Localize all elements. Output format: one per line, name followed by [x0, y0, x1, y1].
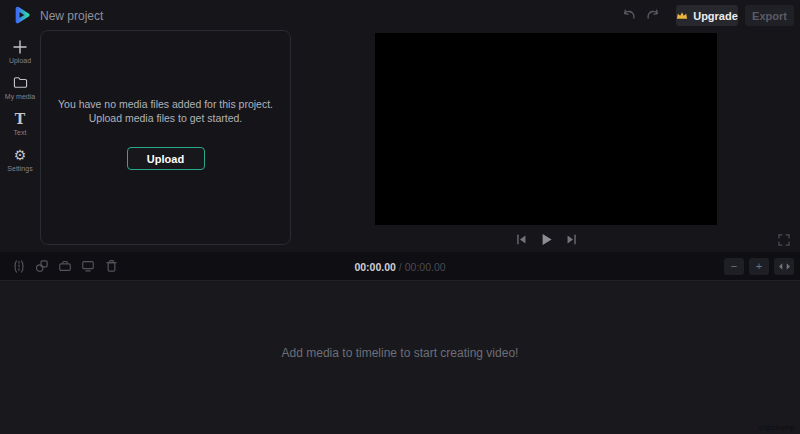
folder-icon	[13, 74, 28, 91]
sidebar-item-label: Upload	[9, 57, 31, 64]
video-preview	[375, 33, 717, 225]
empty-state-line1: You have no media files added for this p…	[41, 97, 290, 111]
skip-to-end-button[interactable]	[563, 231, 579, 247]
time-separator: /	[396, 261, 405, 273]
fit-to-screen-icon	[778, 262, 791, 271]
sidebar-item-my-media[interactable]: My media	[0, 74, 40, 108]
redo-button[interactable]	[645, 7, 661, 23]
tool-rail: Upload My media T Text ⚙ Settings	[0, 30, 40, 252]
sidebar-item-text[interactable]: T Text	[0, 110, 40, 144]
sidebar-item-label: My media	[5, 93, 35, 100]
fullscreen-button[interactable]	[776, 232, 791, 247]
export-button[interactable]: Export	[745, 5, 794, 26]
zoom-fit-button[interactable]	[774, 258, 794, 275]
app-logo-icon[interactable]	[11, 4, 33, 26]
play-icon	[540, 233, 553, 246]
skip-to-end-icon	[566, 234, 577, 245]
fullscreen-icon	[778, 234, 790, 246]
plus-icon	[13, 38, 27, 55]
media-panel: You have no media files added for this p…	[40, 30, 291, 245]
media-empty-state: You have no media files added for this p…	[41, 97, 290, 125]
play-button[interactable]	[538, 231, 554, 247]
header: New project Upgrade Export	[0, 0, 800, 30]
skip-to-start-icon	[516, 234, 527, 245]
upload-button[interactable]: Upload	[127, 147, 205, 170]
sidebar-item-settings[interactable]: ⚙ Settings	[0, 146, 40, 180]
text-tool-icon: T	[15, 110, 25, 127]
undo-icon	[622, 9, 636, 22]
timeline-empty-message: Add media to timeline to start creating …	[0, 346, 800, 360]
current-time: 00:00.00	[354, 261, 395, 273]
gear-icon: ⚙	[14, 146, 27, 163]
total-duration: 00:00.00	[405, 261, 446, 273]
sidebar-item-label: Text	[14, 129, 27, 136]
timeline-area: Add media to timeline to start creating …	[0, 282, 800, 434]
undo-button[interactable]	[621, 7, 637, 23]
upgrade-button[interactable]: Upgrade	[676, 5, 738, 26]
zoom-in-button[interactable]: +	[749, 258, 769, 275]
timeline-toolbar: 00:00.00/00:00.00 − +	[0, 252, 800, 281]
skip-to-start-button[interactable]	[513, 231, 529, 247]
sidebar-item-label: Settings	[7, 165, 32, 172]
zoom-out-button[interactable]: −	[724, 258, 744, 275]
redo-icon	[646, 9, 660, 22]
timecode-display: 00:00.00/00:00.00	[0, 261, 800, 273]
player-controls	[375, 230, 717, 248]
export-label: Export	[752, 10, 787, 22]
empty-state-line2: Upload media files to get started.	[41, 111, 290, 125]
project-title: New project	[40, 9, 103, 23]
video-editor-app: New project Upgrade Export	[0, 0, 800, 434]
sidebar-item-upload[interactable]: Upload	[0, 38, 40, 72]
timeline-zoom-controls: − +	[724, 258, 794, 275]
watermark-label: clipchamp	[759, 424, 795, 431]
upgrade-label: Upgrade	[693, 10, 738, 22]
crown-icon	[676, 11, 688, 20]
